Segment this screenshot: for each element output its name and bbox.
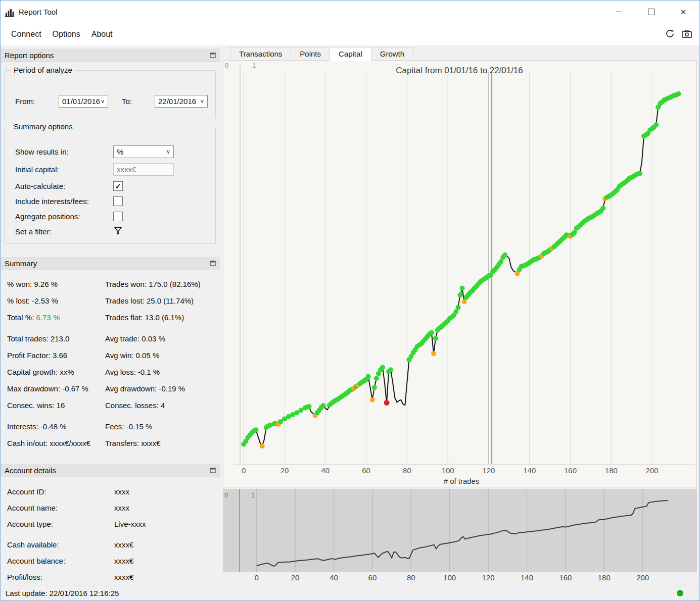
summary-body: % won: 9.26 %Trades won: 175.0 (82.16%)%… xyxy=(1,270,220,452)
include-interests-label: Include interests/fees: xyxy=(15,197,113,206)
summary-row: Capital growth: xx%Avg loss: -0.1 % xyxy=(1,364,220,380)
account-field-label: Account name: xyxy=(7,504,114,512)
summary-row: Profit Factor: 3.66Avg win: 0.05 % xyxy=(1,347,220,364)
chevron-down-icon xyxy=(199,98,205,105)
auto-calculate-label: Auto-calculate: xyxy=(15,182,113,190)
trade-dot xyxy=(366,374,371,379)
show-results-select[interactable]: % xyxy=(113,145,174,158)
auto-calculate-checkbox[interactable] xyxy=(113,181,123,191)
svg-text:120: 120 xyxy=(482,573,495,582)
overview-chart-area[interactable]: 02040608010012014016018020001 xyxy=(223,489,697,585)
minimize-button[interactable] xyxy=(602,1,635,23)
capital-chart[interactable]: Capital from 01/01/16 to 22/01/160204060… xyxy=(223,61,696,487)
report-options-header: Report options xyxy=(1,48,220,62)
summary-row: Consec. wins: 16Consec. losses: 4 xyxy=(1,397,220,414)
summary-left-value: Consec. wins: 16 xyxy=(7,401,105,410)
range-label-0: 0 xyxy=(225,62,228,69)
trade-dot xyxy=(372,385,377,390)
summary-row: Max drawdown: -0.67 %Avg drawdown: -0.19… xyxy=(1,380,220,397)
aggregate-positions-label: Agregate positions: xyxy=(15,212,113,221)
trade-dot xyxy=(498,259,503,264)
trade-dot xyxy=(431,351,436,356)
account-details-header: Account details xyxy=(1,463,220,477)
show-results-value: % xyxy=(117,147,165,156)
float-panel-icon[interactable] xyxy=(210,53,216,58)
svg-text:140: 140 xyxy=(521,573,533,582)
overview-tick-labels: 020406080100120140160180200 xyxy=(255,573,649,582)
summary-row: Interests: -0.48 %Fees: -0.15 % xyxy=(1,418,220,435)
svg-text:200: 200 xyxy=(646,466,659,475)
summary-right-value: Transfers: xxxx€ xyxy=(105,439,220,447)
svg-text:180: 180 xyxy=(598,573,611,582)
chevron-down-icon xyxy=(165,148,171,155)
account-row: Cash available:xxxx€ xyxy=(1,536,220,553)
period-row: From: 01/01/2016 To: 22/01/2016 xyxy=(5,71,215,108)
set-filter-row: Set a filter: xyxy=(5,225,215,238)
tab-capital[interactable]: Capital xyxy=(330,47,371,61)
trade-dot xyxy=(374,376,379,381)
summary-title: Summary xyxy=(5,259,37,268)
account-row: Account balance:xxxx€ xyxy=(1,553,220,569)
from-date-select[interactable]: 01/01/2016 xyxy=(59,95,108,108)
svg-text:160: 160 xyxy=(564,466,577,475)
account-field-label: Account balance: xyxy=(7,557,114,565)
close-icon: ✕ xyxy=(680,8,687,16)
summary-left-value: Cash in/out: xxxx€/xxxx€ xyxy=(7,439,105,447)
include-interests-checkbox[interactable] xyxy=(113,196,123,206)
separator xyxy=(5,328,215,328)
tab-transactions[interactable]: Transactions xyxy=(230,47,291,61)
menu-connect[interactable]: Connect xyxy=(6,30,47,39)
report-options-title: Report options xyxy=(5,51,54,60)
trade-dot xyxy=(676,91,681,96)
tab-growth[interactable]: Growth xyxy=(371,47,413,61)
capital-chart-area[interactable]: Capital from 01/01/16 to 22/01/160204060… xyxy=(223,60,697,487)
menu-toolbar-icons xyxy=(665,28,692,40)
x-axis-label: # of trades xyxy=(444,477,480,485)
camera-icon[interactable] xyxy=(681,29,692,40)
trade-dot xyxy=(572,230,577,235)
trade-dot xyxy=(388,367,393,372)
filter-icon[interactable] xyxy=(113,226,123,237)
maximize-icon xyxy=(648,9,655,15)
separator xyxy=(5,416,215,416)
float-panel-icon[interactable] xyxy=(210,468,216,473)
menu-bar-items: ConnectOptionsAbout xyxy=(1,30,118,39)
account-row: Account ID:xxxx xyxy=(1,483,220,499)
trade-dot xyxy=(321,403,326,408)
overview-background xyxy=(223,489,697,572)
account-row: Account type:Live-xxxx xyxy=(1,516,220,532)
float-panel-icon[interactable] xyxy=(210,261,216,266)
trade-dot xyxy=(384,400,390,406)
summary-row: Cash in/out: xxxx€/xxxx€Transfers: xxxx€ xyxy=(1,435,220,452)
account-details-title: Account details xyxy=(5,466,56,475)
overview-chart[interactable]: 02040608010012014016018020001 xyxy=(223,489,697,585)
menu-options[interactable]: Options xyxy=(47,30,86,39)
trade-dot xyxy=(455,305,460,310)
show-results-row: Show results in: % xyxy=(5,145,215,158)
svg-text:100: 100 xyxy=(442,466,454,475)
overview-range-label-1: 1 xyxy=(251,491,255,499)
tab-points[interactable]: Points xyxy=(291,47,330,61)
summary-row: % won: 9.26 %Trades won: 175.0 (82.16%) xyxy=(1,276,220,292)
summary-left-value: Total trades: 213.0 xyxy=(7,334,105,343)
summary-right-value: Avg loss: -0.1 % xyxy=(105,368,220,376)
title-bar: Report Tool ✕ xyxy=(1,1,699,23)
close-button[interactable]: ✕ xyxy=(667,1,699,23)
menu-about[interactable]: About xyxy=(86,30,118,39)
refresh-icon[interactable] xyxy=(665,28,675,40)
summary-right-value: Fees: -0.15 % xyxy=(105,422,220,431)
minimize-icon xyxy=(616,12,622,12)
summary-left-value: % won: 9.26 % xyxy=(7,280,105,288)
svg-text:20: 20 xyxy=(291,573,300,582)
to-date-select[interactable]: 22/01/2016 xyxy=(155,95,208,108)
svg-text:60: 60 xyxy=(368,573,377,582)
svg-text:0: 0 xyxy=(255,573,259,582)
window-controls: ✕ xyxy=(602,1,699,23)
trade-dot xyxy=(457,292,462,297)
summary-left-value: Total %: 6.73 % xyxy=(7,313,105,322)
right-panel: TransactionsPointsCapitalGrowth Capital … xyxy=(223,45,697,584)
maximize-button[interactable] xyxy=(635,1,667,23)
show-results-label: Show results in: xyxy=(15,147,113,156)
svg-text:200: 200 xyxy=(636,573,649,582)
aggregate-positions-checkbox[interactable] xyxy=(113,212,123,221)
